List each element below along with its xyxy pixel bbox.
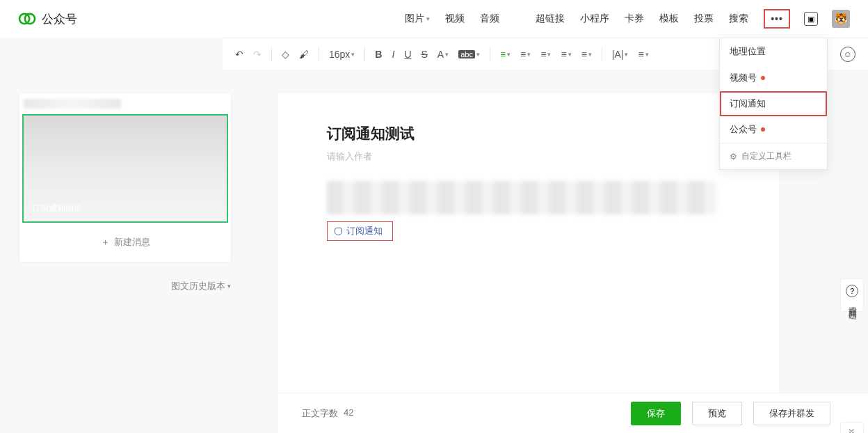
new-badge-icon: [761, 127, 765, 132]
undo-button[interactable]: ↶: [235, 49, 243, 60]
insert-menu: 图片▾ 视频 音频 超链接 小程序 卡券 模板 投票 搜索 •••: [405, 9, 790, 29]
letter-spacing-button[interactable]: |A|▾: [612, 49, 629, 60]
indent-right-button[interactable]: ≡▾: [540, 49, 551, 60]
word-count: 正文字数 42: [302, 407, 353, 420]
chevrons-icon: »: [846, 429, 858, 433]
indent-left-icon: ≡: [520, 49, 526, 60]
author-input[interactable]: 请输入作者: [327, 150, 730, 163]
article-title[interactable]: 订阅通知测试: [327, 124, 730, 143]
plus-icon: ＋: [101, 236, 110, 249]
eraser-icon: ◇: [282, 49, 289, 60]
subscribe-notice-widget[interactable]: 订阅通知: [327, 221, 393, 241]
emoji-button[interactable]: ☺: [840, 47, 855, 62]
gear-icon: ⚙: [730, 152, 737, 162]
preview-button[interactable]: 预览: [692, 402, 742, 425]
article-editor[interactable]: 订阅通知测试 请输入作者 订阅通知: [278, 93, 779, 400]
expand-panel-button[interactable]: »: [840, 422, 864, 433]
caret-down-icon: ▾: [227, 283, 231, 290]
font-color-button[interactable]: A▾: [437, 49, 449, 60]
insert-hyperlink[interactable]: 超链接: [536, 13, 565, 25]
strike-button[interactable]: S: [421, 49, 428, 60]
insert-vote[interactable]: 投票: [694, 13, 714, 25]
format-painter-button[interactable]: 🖌: [299, 49, 309, 60]
font-size-select[interactable]: 16px▾: [329, 49, 355, 60]
para-space-icon: ≡: [638, 49, 643, 60]
insert-template[interactable]: 模板: [659, 13, 679, 25]
brush-icon: 🖌: [299, 49, 309, 60]
letter-space-icon: |A|: [612, 49, 624, 60]
new-message-button[interactable]: ＋ 新建消息: [19, 223, 231, 262]
insert-coupon[interactable]: 卡券: [625, 13, 644, 25]
insert-more-button[interactable]: •••: [764, 9, 790, 29]
italic-button[interactable]: I: [392, 49, 394, 60]
clear-format-button[interactable]: ◇: [282, 49, 289, 60]
article-list-sidebar: 订阅通知测试 ＋ 新建消息 图文历史版本▾: [0, 70, 223, 400]
save-publish-button[interactable]: 保存并群发: [753, 402, 830, 425]
article-thumbnail[interactable]: 订阅通知测试: [22, 114, 228, 223]
account-avatar[interactable]: 🐯: [832, 10, 850, 28]
insert-search[interactable]: 搜索: [729, 13, 748, 25]
header-right: ▣ 🐯: [804, 10, 850, 28]
history-versions-link[interactable]: 图文历史版本▾: [19, 280, 231, 292]
list-icon: ≡: [581, 49, 587, 60]
dd-official-account[interactable]: 公众号: [720, 116, 827, 143]
help-float[interactable]: ? 遇到问题: [840, 278, 864, 312]
save-button[interactable]: 保存: [631, 402, 681, 425]
app-header: 公众号 图片▾ 视频 音频 超链接 小程序 卡券 模板 投票 搜索 ••• ▣ …: [0, 0, 868, 38]
insert-more-dropdown: 地理位置 视频号 订阅通知 公众号 ⚙ 自定义工具栏: [719, 38, 828, 170]
align-justify-icon: ≡: [500, 49, 506, 60]
thumb-title: 订阅通知测试: [32, 203, 82, 214]
dd-subscribe-notice[interactable]: 订阅通知: [720, 91, 827, 116]
insert-image[interactable]: 图片▾: [405, 13, 430, 25]
logo[interactable]: 公众号: [18, 10, 77, 28]
app-name: 公众号: [42, 11, 77, 27]
card-header: [19, 93, 231, 114]
line-spacing-button[interactable]: ≡▾: [561, 49, 571, 60]
wechat-oa-logo-icon: [18, 10, 36, 28]
bell-icon: [335, 228, 342, 235]
dd-custom-toolbar[interactable]: ⚙ 自定义工具栏: [720, 143, 827, 169]
help-text: 遇到问题: [846, 300, 858, 306]
smile-icon: ☺: [844, 49, 852, 59]
insert-video[interactable]: 视频: [445, 13, 465, 25]
editor-panel: 订阅通知测试 请输入作者 订阅通知: [278, 93, 779, 400]
indent-left-button[interactable]: ≡▾: [520, 49, 531, 60]
blurred-account-name: [24, 99, 121, 109]
new-badge-icon: [761, 76, 765, 80]
insert-miniprogram[interactable]: 小程序: [580, 13, 609, 25]
redo-button[interactable]: ↷: [253, 49, 262, 60]
redo-icon: ↷: [253, 49, 262, 60]
paragraph-spacing-button[interactable]: ≡▾: [638, 49, 648, 60]
article-card[interactable]: 订阅通知测试 ＋ 新建消息: [19, 93, 231, 262]
caret-down-icon: ▾: [426, 15, 430, 22]
bold-button[interactable]: B: [375, 49, 382, 60]
align-justify-button[interactable]: ≡▾: [500, 49, 511, 60]
line-space-icon: ≡: [561, 49, 566, 60]
phone-preview-icon[interactable]: ▣: [804, 12, 818, 26]
editor-footer: 正文字数 42 保存 预览 保存并群发: [278, 393, 868, 433]
question-icon: ?: [846, 285, 858, 297]
blurred-content: [327, 181, 716, 214]
undo-icon: ↶: [235, 49, 243, 60]
dd-channels[interactable]: 视频号: [720, 65, 827, 91]
dd-location[interactable]: 地理位置: [720, 38, 827, 65]
underline-button[interactable]: U: [404, 49, 411, 60]
insert-audio[interactable]: 音频: [480, 13, 499, 25]
indent-right-icon: ≡: [540, 49, 546, 60]
bg-color-button[interactable]: abc▾: [458, 50, 480, 58]
list-ul-button[interactable]: ≡▾: [581, 49, 592, 60]
